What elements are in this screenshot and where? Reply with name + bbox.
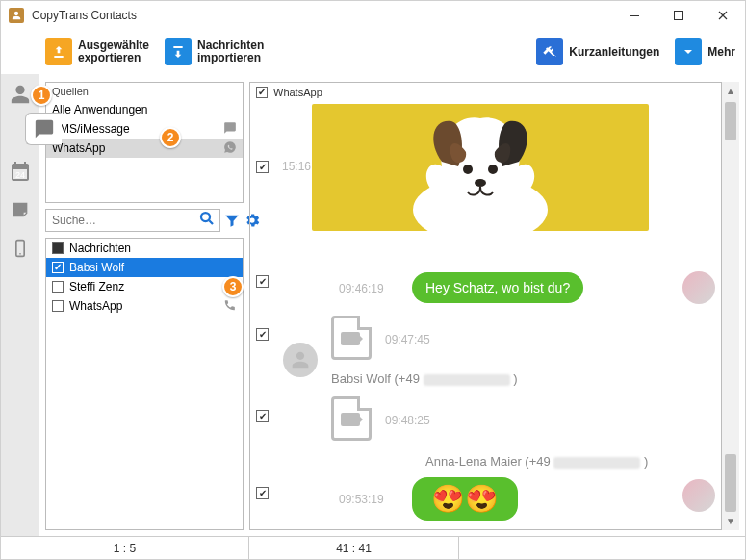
conversation-title: WhatsApp <box>273 87 322 98</box>
svg-point-5 <box>201 213 210 221</box>
msg-time: 09:53:19 <box>339 493 384 506</box>
message-bubble[interactable]: Hey Schatz, wo bist du? <box>412 272 583 303</box>
msg-checkbox[interactable] <box>256 161 269 173</box>
video-file-icon[interactable] <box>331 396 372 441</box>
svg-text:24: 24 <box>15 170 25 180</box>
phone-icon <box>223 298 237 315</box>
avatar-contact <box>283 343 318 377</box>
checkbox[interactable] <box>52 281 64 293</box>
source-item-all[interactable]: Alle Anwendungen <box>46 100 243 119</box>
svg-point-4 <box>19 253 21 255</box>
sender-label: Anna-Lena Maier (+49 ) <box>425 454 648 469</box>
source-item-whatsapp[interactable]: WhatsApp <box>46 139 243 158</box>
msg-checkbox[interactable] <box>256 328 269 341</box>
chat-item-steffi[interactable]: Steffi Zenz <box>46 277 243 296</box>
search-input[interactable] <box>50 213 198 228</box>
sender-label: Babsi Wolf (+49 ) <box>331 371 517 386</box>
export-icon <box>45 38 72 65</box>
rail-calendar[interactable]: 24 <box>6 157 35 186</box>
step-badge-1: 1 <box>31 85 52 106</box>
status-total-count: 41 : 41 <box>249 537 459 559</box>
scroll-down-icon[interactable]: ▼ <box>726 516 735 526</box>
rail-notes[interactable] <box>6 195 35 224</box>
svg-point-9 <box>475 179 486 187</box>
svg-rect-0 <box>630 15 639 16</box>
checkbox[interactable] <box>52 262 64 273</box>
status-selected-count: 1 : 5 <box>1 537 249 559</box>
msg-time: 09:48:25 <box>385 414 430 427</box>
filter-button[interactable] <box>223 209 241 232</box>
search-icon[interactable] <box>198 210 216 231</box>
checkbox-all[interactable] <box>52 242 64 254</box>
chat-item-whatsapp[interactable]: WhatsApp <box>46 296 243 316</box>
scrollbar[interactable]: ▲ ▼ <box>722 82 739 530</box>
chats-header-row[interactable]: Nachrichten <box>46 239 243 258</box>
msg-checkbox[interactable] <box>256 275 269 288</box>
svg-rect-1 <box>675 12 683 20</box>
app-icon <box>9 8 24 23</box>
step-badge-3: 3 <box>222 276 244 297</box>
msg-checkbox[interactable] <box>256 487 269 499</box>
checkbox[interactable] <box>52 300 64 312</box>
msg-time: 09:47:45 <box>385 333 430 346</box>
import-icon <box>165 38 192 65</box>
tools-icon <box>536 38 563 65</box>
conversation-checkbox[interactable] <box>256 87 268 98</box>
whatsapp-icon <box>223 140 237 157</box>
maximize-button[interactable] <box>656 1 701 30</box>
avatar-self <box>682 479 715 512</box>
step-badge-2: 2 <box>160 127 181 148</box>
more-button[interactable]: Mehr <box>675 38 735 65</box>
import-messages-button[interactable]: Nachrichten importieren <box>165 38 264 65</box>
scroll-up-icon[interactable]: ▲ <box>726 86 735 96</box>
minimize-button[interactable] <box>612 1 656 30</box>
chat-icon <box>223 121 237 138</box>
rail-messages-active[interactable] <box>25 113 62 145</box>
export-selected-button[interactable]: Ausgewählte exportieren <box>45 38 149 65</box>
search-input-wrap[interactable] <box>45 209 220 232</box>
chat-item-babsi[interactable]: Babsi Wolf <box>46 258 243 277</box>
quickguides-button[interactable]: Kurzanleitungen <box>536 38 659 65</box>
message-bubble[interactable]: 😍😍 <box>412 477 518 521</box>
avatar-self <box>682 271 715 304</box>
scroll-thumb[interactable] <box>725 102 736 140</box>
close-button[interactable] <box>701 1 745 30</box>
scroll-thumb[interactable] <box>725 454 736 512</box>
video-file-icon[interactable] <box>331 316 372 360</box>
msg-time: 15:16 <box>282 160 311 173</box>
window-title: CopyTrans Contacts <box>32 9 137 22</box>
source-item-sms[interactable]: SMS/iMessage <box>46 119 243 139</box>
msg-checkbox[interactable] <box>256 410 269 422</box>
rail-device[interactable] <box>6 234 35 263</box>
msg-time: 09:46:19 <box>339 282 384 295</box>
sources-header: Quellen <box>46 83 243 100</box>
chevron-down-icon <box>675 38 702 65</box>
